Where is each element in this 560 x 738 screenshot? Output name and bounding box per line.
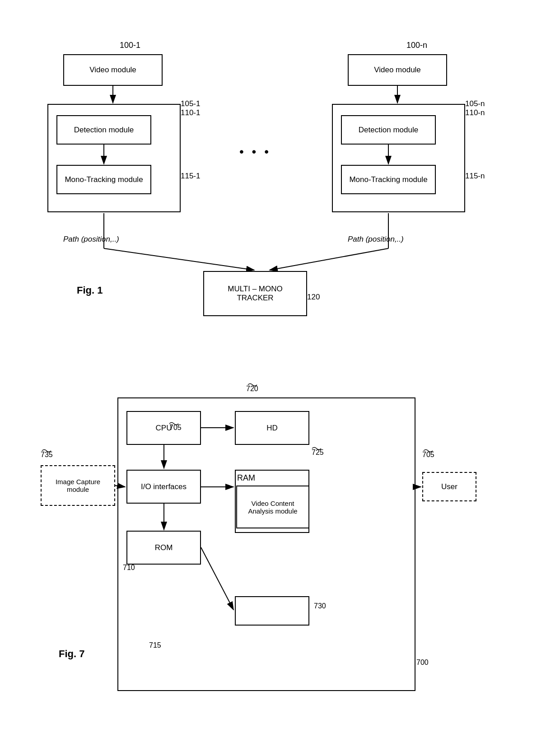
detection-module-right-label: Detection module	[359, 126, 418, 135]
svg-line-6	[104, 248, 254, 270]
label-110-n: 110-n	[465, 108, 485, 117]
label-705-left: 705	[169, 424, 182, 432]
path-label-left: Path (position,..)	[63, 235, 119, 244]
io-box: I/O interfaces	[126, 470, 201, 504]
label-115-1: 115-1	[181, 172, 200, 181]
mono-track-left-label: Mono-Tracking module	[65, 175, 143, 184]
label-720: 720	[246, 385, 258, 393]
image-capture-label: Image Capture module	[56, 478, 100, 493]
video-module-right-label: Video module	[374, 65, 421, 75]
label-105-1: 105-1	[181, 99, 200, 108]
rom-box: ROM	[126, 531, 201, 565]
label-110-1: 110-1	[181, 108, 200, 117]
diagram-container: 100-1 100-n Video module Video module 10…	[0, 0, 560, 738]
label-735: 735	[41, 451, 53, 459]
detection-module-left: Detection module	[56, 115, 151, 145]
svg-line-8	[270, 248, 388, 270]
vcam-box: Video Content Analysis module	[236, 486, 309, 528]
video-module-left-label: Video module	[89, 65, 136, 75]
hd-label: HD	[266, 424, 278, 433]
user-label: User	[441, 482, 457, 491]
detection-module-right: Detection module	[341, 115, 436, 145]
cpu-box: CPU	[126, 411, 201, 445]
label-730: 730	[314, 602, 326, 610]
label-710: 710	[123, 564, 135, 572]
label-705-right: 705	[422, 451, 434, 459]
label-100-1: 100-1	[120, 41, 140, 50]
io-label: I/O interfaces	[141, 482, 187, 491]
video-module-right: Video module	[348, 54, 447, 86]
label-120: 120	[307, 293, 320, 302]
mono-track-left: Mono-Tracking module	[56, 165, 151, 194]
label-725: 725	[312, 448, 324, 457]
fig1-section: 100-1 100-n Video module Video module 10…	[27, 27, 524, 352]
mono-track-right-label: Mono-Tracking module	[349, 175, 427, 184]
ellipsis: • • •	[239, 145, 271, 159]
label-115-n: 115-n	[465, 172, 485, 181]
label-105-n: 105-n	[465, 99, 485, 108]
multi-mono-label: MULTI – MONO TRACKER	[228, 285, 283, 303]
detection-module-left-label: Detection module	[74, 126, 134, 135]
hd-box: HD	[235, 411, 309, 445]
label-715: 715	[149, 641, 161, 649]
fig7-section: CPU I/O interfaces ROM HD RAM Video Cont…	[27, 375, 524, 714]
fig1-title: Fig. 1	[77, 285, 103, 296]
multi-mono-box: MULTI – MONO TRACKER	[203, 271, 307, 316]
user-box: User	[422, 472, 476, 501]
vcam-label: Video Content Analysis module	[248, 500, 297, 515]
label-100-n: 100-n	[406, 41, 427, 50]
path-label-right: Path (position,..)	[348, 235, 404, 244]
fig7-title: Fig. 7	[59, 648, 84, 660]
ram-label: RAM	[237, 473, 255, 483]
image-capture-box: Image Capture module	[41, 465, 115, 506]
mono-track-right: Mono-Tracking module	[341, 165, 436, 194]
video-module-left: Video module	[63, 54, 163, 86]
bottom-box-730	[235, 596, 309, 626]
label-700: 700	[416, 659, 429, 667]
rom-label: ROM	[155, 543, 173, 552]
